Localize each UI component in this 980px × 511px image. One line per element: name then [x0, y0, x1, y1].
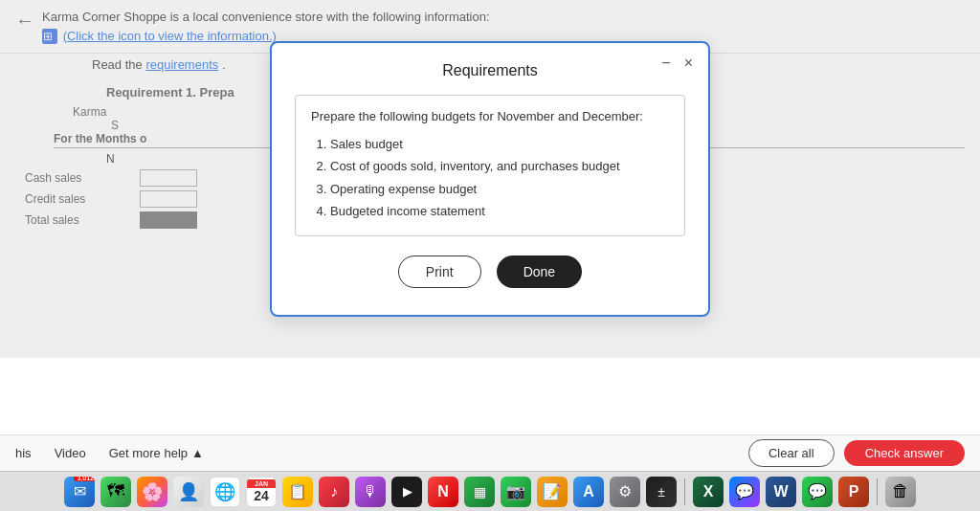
bottom-toolbar: his Video Get more help ▲ Clear all Chec… [0, 434, 980, 471]
dock-settings[interactable]: ⚙ [610, 477, 640, 507]
dock-word[interactable]: W [766, 477, 796, 507]
facetime-icon: 📷 [506, 482, 525, 500]
dock-maps[interactable]: 🗺 [100, 477, 131, 507]
modal-minimize-button[interactable]: − [659, 55, 672, 72]
modal-controls: − × [659, 55, 695, 72]
dock: ✉ 3,012 🗺 🌸 👤 🌐 JAN 24 📋 ♪ 🎙 ▶ N ▦ 📷 📝 A [0, 471, 980, 511]
dock-powerpoint[interactable]: P [838, 477, 869, 507]
messenger-icon: 💬 [735, 482, 754, 500]
dock-messages[interactable]: 💬 [802, 477, 833, 507]
dock-music[interactable]: ♪ [319, 477, 349, 507]
list-item: Sales budget [330, 133, 669, 155]
print-button[interactable]: Print [398, 256, 481, 288]
contacts-icon: 👤 [178, 481, 199, 502]
list-item: Operating expense budget [330, 178, 669, 200]
toolbar-his-link[interactable]: his [15, 446, 32, 460]
check-answer-button[interactable]: Check answer [844, 440, 965, 466]
dock-contacts[interactable]: 👤 [173, 477, 204, 507]
pages-icon: 📝 [543, 482, 562, 500]
toolbar-video-link[interactable]: Video [55, 446, 86, 460]
done-button[interactable]: Done [497, 256, 582, 288]
chrome-icon: 🌐 [214, 481, 235, 502]
calculator-icon: ± [657, 484, 665, 500]
dock-separator [684, 478, 685, 505]
toolbar-right: Clear all Check answer [748, 439, 965, 467]
powerpoint-icon: P [849, 483, 859, 500]
trash-icon: 🗑 [892, 481, 909, 501]
requirements-modal: − × Requirements Prepare the following b… [270, 41, 710, 318]
list-item: Budgeted income statement [330, 200, 669, 222]
dock-appletv[interactable]: ▶ [391, 477, 422, 507]
modal-overlay: − × Requirements Prepare the following b… [0, 0, 980, 358]
mail-icon: ✉ [74, 482, 86, 500]
notes-icon: 📋 [288, 482, 307, 500]
appstore-icon: A [583, 483, 594, 500]
podcasts-icon: 🎙 [363, 483, 378, 500]
dock-facetime[interactable]: 📷 [501, 477, 531, 507]
clear-all-button[interactable]: Clear all [748, 439, 835, 467]
dock-trash[interactable]: 🗑 [885, 477, 916, 507]
dock-news[interactable]: N [428, 477, 458, 507]
list-item: Cost of goods sold, inventory, and purch… [330, 155, 669, 177]
dock-calculator[interactable]: ± [646, 477, 677, 507]
modal-close-button[interactable]: × [682, 55, 695, 72]
calendar-month-label: JAN [247, 479, 276, 488]
appletv-icon: ▶ [403, 485, 412, 499]
numbers-icon: ▦ [474, 484, 486, 500]
dock-separator-2 [877, 478, 878, 505]
modal-footer: Print Done [295, 256, 685, 288]
word-icon: W [773, 483, 788, 500]
get-more-help-label: Get more help [109, 446, 188, 460]
news-icon: N [437, 483, 449, 500]
modal-body: Prepare the following budgets for Novemb… [295, 95, 685, 237]
photos-icon: 🌸 [142, 481, 163, 502]
dock-calendar[interactable]: JAN 24 [246, 477, 277, 507]
dock-chrome[interactable]: 🌐 [210, 477, 240, 507]
mail-badge: 3,012 [74, 477, 95, 481]
dock-mail[interactable]: ✉ 3,012 [64, 477, 95, 507]
dock-numbers[interactable]: ▦ [464, 477, 495, 507]
excel-icon: X [703, 483, 714, 500]
dock-appstore[interactable]: A [573, 477, 604, 507]
dock-pages[interactable]: 📝 [537, 477, 568, 507]
requirements-list: Sales budget Cost of goods sold, invento… [330, 133, 669, 223]
dock-podcasts[interactable]: 🎙 [355, 477, 386, 507]
main-content: ← Karma Corner Shoppe is a local conveni… [0, 0, 980, 434]
music-icon: ♪ [330, 483, 338, 500]
dock-messenger[interactable]: 💬 [729, 477, 760, 507]
dock-photos[interactable]: 🌸 [137, 477, 167, 507]
calendar-date-label: 24 [254, 488, 269, 503]
dock-excel[interactable]: X [693, 477, 724, 507]
expand-icon: ▲ [191, 446, 204, 460]
dock-notes[interactable]: 📋 [282, 477, 313, 507]
modal-title: Requirements [295, 62, 685, 79]
modal-intro: Prepare the following budgets for Novemb… [311, 109, 669, 123]
settings-icon: ⚙ [618, 482, 632, 500]
messages-icon: 💬 [808, 482, 827, 500]
get-more-help-button[interactable]: Get more help ▲ [109, 446, 204, 460]
maps-icon: 🗺 [107, 481, 124, 501]
